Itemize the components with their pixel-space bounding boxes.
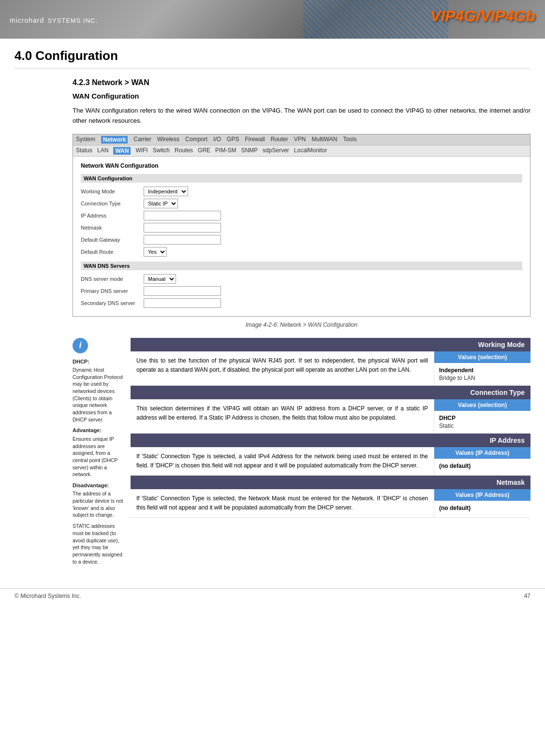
nav2-localmonitor[interactable]: LocalMonitor: [294, 147, 327, 155]
ui-mockup: System Network Carrier Wireless Comport …: [73, 134, 530, 317]
disadvantage-note: Disadvantage: The address of a particula…: [73, 482, 126, 519]
feature-content-connection-type: This selection determines if the VIP4G w…: [131, 399, 530, 434]
nav1-io[interactable]: I/O: [213, 136, 221, 144]
ui-select-default-route[interactable]: Yes: [144, 247, 167, 257]
ui-row-default-route: Default Route Yes: [81, 247, 522, 257]
ui-wan-title: WAN Configuration: [81, 174, 522, 183]
ui-row-dns-mode: DNS server mode Manual: [81, 274, 522, 284]
nav2-routes[interactable]: Routes: [175, 147, 193, 155]
ui-body: Network WAN Configuration WAN Configurat…: [73, 157, 530, 316]
val-main-netmask-default: (no default): [439, 505, 526, 511]
logo-sub: SYSTEMS INC.: [47, 17, 98, 24]
feature-ip-address: IP Address If 'Static' Connection Type i…: [131, 434, 530, 476]
val-main-ip-default: (no default): [439, 463, 526, 469]
nav2-snmp[interactable]: SNMP: [241, 147, 258, 155]
nav2-gre[interactable]: GRE: [198, 147, 210, 155]
ui-nav-bar2: Status LAN WAN WIFI Switch Routes GRE PI…: [73, 145, 530, 157]
nav1-gps[interactable]: GPS: [227, 136, 239, 144]
ui-row-gateway: Default Gateway: [81, 235, 522, 245]
nav2-switch[interactable]: Switch: [153, 147, 170, 155]
values-header-connection-type: Values (selection): [434, 399, 530, 411]
ui-nav-bar1: System Network Carrier Wireless Comport …: [73, 134, 530, 145]
disadvantage-title: Disadvantage:: [73, 482, 126, 489]
ui-row-primary-dns: Primary DNS server: [81, 286, 522, 296]
values-body-working-mode: Independent Bridge to LAN: [434, 363, 530, 385]
ui-select-dns-mode[interactable]: Manual: [144, 274, 176, 284]
nav1-router[interactable]: Router: [271, 136, 288, 144]
section-heading: 4.2.3 Network > WAN: [73, 78, 530, 87]
nav1-system[interactable]: System: [76, 136, 95, 144]
ui-label-primary-dns: Primary DNS server: [81, 288, 144, 294]
ui-label-netmask: Netmask: [81, 225, 144, 231]
ui-row-ip: IP Address: [81, 211, 522, 220]
ui-label-ip: IP Address: [81, 213, 144, 218]
ui-input-secondary-dns[interactable]: [144, 298, 221, 308]
nav2-status[interactable]: Status: [76, 147, 92, 155]
nav1-tools[interactable]: Tools: [343, 136, 356, 144]
ui-row-netmask: Netmask: [81, 223, 522, 233]
advantage-desc: Ensures unique IP addresses are assigned…: [73, 436, 118, 477]
feature-desc-netmask: If 'Static' Connection Type is selected,…: [131, 489, 434, 517]
feature-values-ip-address: Values (IP Address) (no default): [434, 447, 530, 475]
feature-content-working-mode: Use this to set the function of the phys…: [131, 351, 530, 386]
footer-page-number: 47: [524, 593, 530, 599]
feature-header-netmask: Netmask: [131, 476, 530, 489]
val-main-dhcp: DHCP: [439, 415, 526, 422]
main-descriptions: Working Mode Use this to set the functio…: [131, 338, 530, 569]
intro-text: The WAN configuration refers to the wire…: [73, 106, 530, 126]
ui-label-secondary-dns: Secondary DNS server: [81, 300, 144, 306]
advantage-note: Advantage: Ensures unique IP addresses a…: [73, 427, 126, 478]
nav2-wifi[interactable]: WIFI: [135, 147, 147, 155]
title-divider: [15, 68, 530, 69]
nav2-lan[interactable]: LAN: [97, 147, 108, 155]
nav2-pim[interactable]: PIM-SM: [215, 147, 236, 155]
image-caption: Image 4-2-6: Network > WAN Configuration: [73, 321, 530, 328]
left-sidebar: i DHCP: Dynamic Host Configuration Proto…: [73, 338, 131, 569]
feature-content-netmask: If 'Static' Connection Type is selected,…: [131, 489, 530, 518]
subsection-heading: WAN Configuration: [73, 92, 530, 100]
ui-label-gateway: Default Gateway: [81, 237, 144, 243]
ui-input-primary-dns[interactable]: [144, 286, 221, 296]
nav1-wireless[interactable]: Wireless: [157, 136, 179, 144]
nav1-network[interactable]: Network: [101, 136, 128, 144]
values-header-working-mode: Values (selection): [434, 351, 530, 363]
ui-input-netmask[interactable]: [144, 223, 221, 233]
product-title: VIP4G/VIP4Gb: [430, 7, 535, 25]
values-header-ip-address: Values (IP Address): [434, 447, 530, 459]
nav1-multiwan[interactable]: MultiWAN: [311, 136, 337, 144]
ui-row-connection-type: Connection Type Static IP: [81, 199, 522, 208]
footer-company: © Microhard Systems Inc.: [15, 593, 81, 599]
page-title: 4.0 Configuration: [15, 48, 530, 63]
feature-connection-type: Connection Type This selection determine…: [131, 386, 530, 434]
val-sub-bridge: Bridge to LAN: [439, 375, 526, 381]
disadvantage-desc: The address of a particular device is no…: [73, 491, 123, 518]
val-main-independent: Independent: [439, 367, 526, 374]
ui-row-working-mode: Working Mode Independent: [81, 187, 522, 196]
nav2-wan[interactable]: WAN: [113, 147, 131, 155]
ui-label-default-route: Default Route: [81, 249, 144, 255]
val-sub-static: Static: [439, 422, 526, 429]
ui-label-connection-type: Connection Type: [81, 201, 144, 206]
feature-values-working-mode: Values (selection) Independent Bridge to…: [434, 351, 530, 385]
nav1-vpn[interactable]: VPN: [294, 136, 306, 144]
ui-select-working-mode[interactable]: Independent: [144, 187, 188, 196]
ui-input-ip[interactable]: [144, 211, 221, 220]
nav1-comport[interactable]: Comport: [185, 136, 207, 144]
ui-label-working-mode: Working Mode: [81, 189, 144, 194]
nav2-sdp[interactable]: sdpServer: [263, 147, 289, 155]
feature-content-ip-address: If 'Static' Connection Type is selected,…: [131, 447, 530, 476]
nav1-firewall[interactable]: Firewall: [245, 136, 265, 144]
ui-input-gateway[interactable]: [144, 235, 221, 245]
nav1-carrier[interactable]: Carrier: [133, 136, 151, 144]
dhcp-title: DHCP:: [73, 358, 126, 365]
feature-header-ip-address: IP Address: [131, 434, 530, 447]
feature-desc-working-mode: Use this to set the function of the phys…: [131, 351, 434, 385]
ui-select-connection-type[interactable]: Static IP: [144, 199, 178, 208]
main-content: 4.0 Configuration 4.2.3 Network > WAN WA…: [0, 39, 545, 579]
page-footer: © Microhard Systems Inc. 47: [0, 588, 545, 603]
dhcp-desc: Dynamic Host Configuration Protocol may …: [73, 367, 123, 422]
feature-netmask: Netmask If 'Static' Connection Type is s…: [131, 476, 530, 518]
ui-page-title: Network WAN Configuration: [81, 162, 522, 169]
dhcp-note: DHCP: Dynamic Host Configuration Protoco…: [73, 358, 126, 423]
advantage-title: Advantage:: [73, 427, 126, 434]
